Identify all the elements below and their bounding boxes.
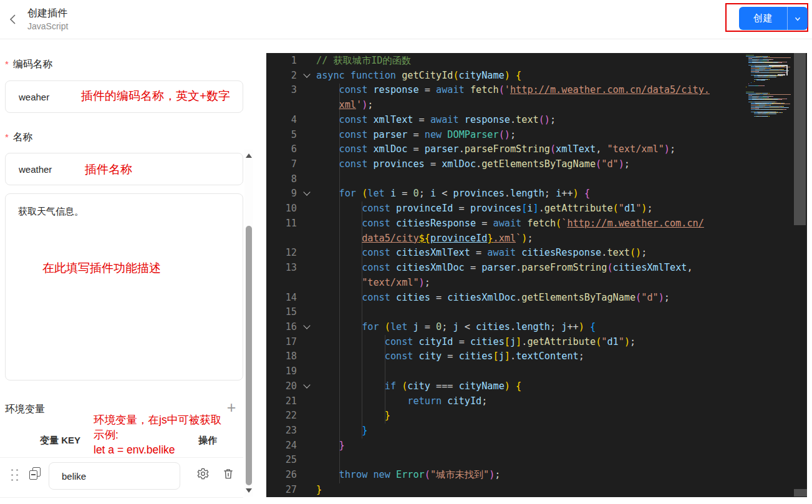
scrollbar-thumb[interactable] [246,226,252,485]
code-line[interactable]: 13 const citiesXmlDoc = parser.parseFrom… [266,261,807,276]
create-plugin-page: 创建插件 JavaScript 创建 *编码名称 *名称 获取天气信息。 环境变… [0,0,812,504]
fold-chevron-icon[interactable] [297,69,316,84]
code-line[interactable]: 3 const response = await fetch('http://m… [266,83,807,98]
code-line[interactable]: 16 for (let j = 0; j < cities.length; j+… [266,320,807,335]
line-number: 23 [266,424,297,439]
back-chevron-icon [6,11,20,27]
fold-chevron-icon[interactable] [297,187,316,201]
code-line[interactable]: 4 const xmlText = await response.text(); [266,113,807,128]
code-line[interactable]: 9 for (let i = 0; i < provinces.length; … [266,187,807,201]
line-number: 2 [266,69,297,84]
fold-chevron-icon[interactable] [297,379,316,394]
line-number: 21 [266,394,297,409]
code-line[interactable]: 24 } [266,439,807,453]
top-bar: 创建插件 JavaScript 创建 [0,0,812,39]
annotation-coding-name: 插件的编码名称，英文+数字 [81,88,230,104]
column-header-key: 变量 KEY [40,435,80,447]
scroll-up-arrow-icon[interactable] [246,153,252,158]
code-line[interactable]: 22 } [266,409,807,424]
back-button[interactable] [6,11,22,27]
code-line[interactable]: 21 return cityId; [266,394,807,409]
code-text: async function getCityId(cityName) { [316,70,521,81]
code-text: // 获取城市ID的函数 [316,55,411,66]
code-text: } [316,440,345,451]
line-number: 26 [266,468,297,483]
delete-trash-icon[interactable] [222,467,234,483]
code-text: data5/city${provinceId}.xml`); [316,233,533,244]
minimap-line [746,116,794,117]
editor-vertical-scrollbar-thumb[interactable] [794,53,806,225]
settings-gear-icon[interactable] [196,467,210,483]
line-number: 25 [266,453,297,468]
code-text: const xmlText = await response.text(); [316,114,556,125]
code-line[interactable]: xml'); [266,98,807,113]
code-line[interactable]: 20 if (city === cityName) { [266,379,807,394]
code-line[interactable]: 19 [266,364,807,379]
line-number: 10 [266,201,297,216]
code-line[interactable]: 23 } [266,424,807,439]
annotation-name: 插件名称 [85,162,132,178]
line-number: 13 [266,261,297,276]
create-button[interactable]: 创建 [739,7,787,30]
annotation-description: 在此填写插件功能描述 [42,260,161,276]
description-textarea[interactable]: 获取天气信息。 [5,193,243,380]
code-line[interactable]: 2async function getCityId(cityName) { [266,69,807,84]
code-text: xml'); [316,99,373,110]
code-text: } [316,484,322,495]
required-asterisk: * [5,59,9,69]
code-line[interactable]: 1// 获取城市ID的函数 [266,54,807,69]
code-line[interactable]: 14 const cities = citiesXmlDoc.getElemen… [266,291,807,306]
code-text: const response = await fetch('http://m.w… [316,84,710,95]
line-number: 5 [266,128,297,143]
drag-handle-icon[interactable] [11,469,19,482]
coding-name-label: *编码名称 [5,58,53,71]
code-line[interactable]: 6 const xmlDoc = parser.parseFromString(… [266,142,807,157]
code-text: const cityId = cities[j].getAttribute("d… [316,336,636,347]
code-line[interactable]: "text/xml"); [266,276,807,291]
line-number: 20 [266,379,297,394]
page-subtitle: JavaScript [27,21,68,31]
line-number: 8 [266,172,297,187]
code-editor[interactable]: 1// 获取城市ID的函数2async function getCityId(c… [266,53,807,497]
editor-horizontal-scrollbar-thumb[interactable] [794,489,807,497]
code-text: const city = cities[j].textContent; [316,351,584,362]
code-line[interactable]: 17 const cityId = cities[j].getAttribute… [266,335,807,350]
code-line[interactable]: 18 const city = cities[j].textContent; [266,349,807,364]
code-text: if (city === cityName) { [316,380,521,392]
code-line[interactable]: 8 [266,172,807,187]
code-text: const citiesResponse = await fetch(`http… [316,218,704,229]
code-line[interactable]: 11 const citiesResponse = await fetch(`h… [266,216,807,231]
left-panel-scrollbar [244,150,253,497]
create-dropdown-button[interactable] [787,7,808,30]
code-text: const citiesXmlDoc = parser.parseFromStr… [316,262,693,273]
code-line[interactable]: 12 const citiesXmlText = await citiesRes… [266,246,807,261]
code-line[interactable]: 27} [266,483,807,497]
code-text: return cityId; [316,395,487,407]
scroll-down-arrow-icon[interactable] [246,488,252,493]
fold-chevron-icon[interactable] [297,320,316,335]
page-title: 创建插件 [27,7,67,20]
code-rows[interactable]: 1// 获取城市ID的函数2async function getCityId(c… [266,54,807,497]
minimap-line [746,57,794,58]
line-number: 16 [266,320,297,335]
name-label: *名称 [5,131,33,144]
code-text: "text/xml"); [316,277,430,288]
chevron-down-icon [793,14,802,23]
code-text: const citiesXmlText = await citiesRespon… [316,247,647,258]
line-number: 18 [266,349,297,364]
code-line[interactable]: 26 throw new Error("城市未找到"); [266,468,807,483]
minimap-below-viewport[interactable] [746,92,794,117]
code-line[interactable]: 5 const parser = new DOMParser(); [266,128,807,143]
code-line[interactable]: 10 const provinceId = provinces[i].getAt… [266,201,807,216]
required-asterisk: * [5,132,9,142]
code-line[interactable]: 7 const provinces = xmlDoc.getElementsBy… [266,157,807,172]
code-line[interactable]: 15 [266,305,807,320]
copy-icon[interactable] [29,467,42,481]
line-number: 27 [266,483,297,497]
code-line[interactable]: data5/city${provinceId}.xml`); [266,231,807,246]
code-line[interactable]: 25 [266,453,807,468]
env-key-input[interactable] [49,462,180,490]
table-header-divider [0,457,243,458]
minimap-line [746,94,794,95]
line-number: 24 [266,439,297,453]
